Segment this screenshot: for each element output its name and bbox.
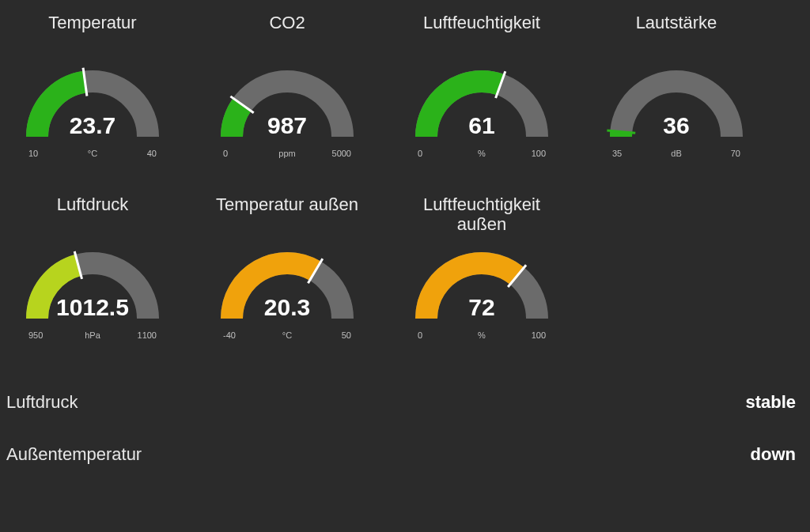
gauge-chart: 72 0 100 % bbox=[399, 242, 565, 345]
gauge-chart: 20.3 -40 50 °C bbox=[204, 242, 370, 345]
gauge-luftfeuchtigkeit: Luftfeuchtigkeit 61 0 100 % bbox=[399, 9, 565, 163]
gauge-value: 36 bbox=[663, 112, 689, 139]
gauge-temperatur: Temperatur 23.7 10 40 °C bbox=[9, 9, 176, 163]
gauge-chart: 23.7 10 40 °C bbox=[9, 60, 176, 163]
status-value: stable bbox=[745, 392, 796, 413]
gauge-unit: ppm bbox=[278, 149, 295, 158]
gauge-title: CO2 bbox=[269, 9, 305, 60]
gauge-value: 987 bbox=[267, 112, 307, 139]
gauge-unit: % bbox=[478, 330, 486, 340]
status-list: Luftdruck stable Außentemperatur down bbox=[0, 376, 810, 481]
gauge-luftdruck: Luftdruck 1012.5 950 1100 hPa bbox=[9, 191, 176, 345]
gauge-min: 10 bbox=[28, 149, 38, 158]
gauge-max: 1100 bbox=[138, 330, 157, 340]
gauge-value: 1012.5 bbox=[56, 294, 129, 321]
gauge-max: 100 bbox=[532, 330, 546, 340]
gauge-chart: 61 0 100 % bbox=[399, 60, 565, 163]
status-label: Außentemperatur bbox=[6, 444, 142, 465]
status-label: Luftdruck bbox=[6, 392, 78, 413]
gauge-max: 100 bbox=[532, 149, 546, 158]
gauge-title: Luftfeuchtigkeit außen bbox=[399, 191, 565, 242]
gauge-min: 0 bbox=[418, 330, 422, 340]
gauge-luftfeuchtigkeit-aussen: Luftfeuchtigkeit außen 72 0 100 % bbox=[399, 191, 565, 345]
gauge-min: 35 bbox=[612, 149, 622, 158]
gauge-unit: dB bbox=[671, 149, 681, 158]
gauge-title: Temperatur außen bbox=[216, 191, 358, 242]
gauge-value: 72 bbox=[468, 294, 494, 321]
status-value: down bbox=[751, 444, 796, 465]
gauge-value: 23.7 bbox=[70, 112, 115, 139]
gauge-min: 0 bbox=[223, 149, 228, 158]
gauge-title: Temperatur bbox=[48, 9, 136, 60]
gauge-row-1: Temperatur 23.7 10 40 °C CO2 987 0 5000 bbox=[9, 9, 801, 163]
gauge-unit: °C bbox=[88, 149, 97, 158]
gauge-max: 50 bbox=[342, 330, 351, 340]
gauge-value: 61 bbox=[468, 112, 494, 139]
gauge-unit: °C bbox=[282, 330, 292, 340]
gauge-panel: Temperatur 23.7 10 40 °C CO2 987 0 5000 bbox=[0, 0, 810, 373]
gauge-chart: 1012.5 950 1100 hPa bbox=[9, 242, 176, 345]
gauge-unit: % bbox=[478, 149, 486, 158]
status-row-luftdruck: Luftdruck stable bbox=[0, 376, 810, 428]
gauge-title: Luftfeuchtigkeit bbox=[423, 9, 540, 60]
gauge-min: 0 bbox=[418, 149, 422, 158]
gauge-chart: 987 0 5000 ppm bbox=[204, 60, 370, 163]
gauge-max: 70 bbox=[731, 149, 740, 158]
status-row-aussentemperatur: Außentemperatur down bbox=[0, 428, 810, 481]
gauge-min: 950 bbox=[28, 330, 43, 340]
gauge-title: Lautstärke bbox=[636, 9, 717, 60]
gauge-max: 40 bbox=[147, 149, 157, 158]
gauge-lautstaerke: Lautstärke 36 35 70 dB bbox=[593, 9, 759, 163]
gauge-chart: 36 35 70 dB bbox=[593, 60, 759, 163]
gauge-value: 20.3 bbox=[264, 294, 310, 321]
gauge-row-2: Luftdruck 1012.5 950 1100 hPa Temperatur… bbox=[9, 191, 801, 345]
gauge-unit: hPa bbox=[85, 330, 100, 340]
gauge-min: -40 bbox=[223, 330, 236, 340]
sensor-dashboard: Temperatur 23.7 10 40 °C CO2 987 0 5000 bbox=[0, 0, 810, 532]
gauge-max: 5000 bbox=[332, 149, 351, 158]
gauge-co2: CO2 987 0 5000 ppm bbox=[204, 9, 370, 163]
gauge-title: Luftdruck bbox=[57, 191, 129, 242]
gauge-temperatur-aussen: Temperatur außen 20.3 -40 50 °C bbox=[204, 191, 370, 345]
